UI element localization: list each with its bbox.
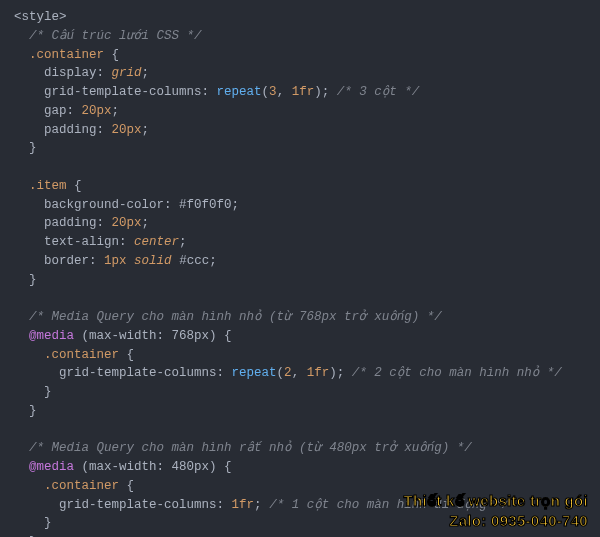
watermark: Thiết kế website trọn gói Zalo: 0935-040… [403,491,588,532]
value: #f0f0f0 [179,198,232,212]
comment: /* Media Query cho màn hình nhỏ (từ 768p… [29,310,442,324]
code-block: <style> /* Cấu trúc lưới CSS */ .contain… [0,0,600,537]
at-rule: @media [29,460,74,474]
selector: .item [29,179,67,193]
prop: gap [44,104,67,118]
value: grid [112,66,142,80]
selector: .container [44,479,119,493]
watermark-line2: Zalo: 0935-040-740 [403,511,588,531]
watermark-line1: Thiết kế website trọn gói [403,491,588,511]
prop: border [44,254,89,268]
comment: /* 2 cột cho màn hình nhỏ */ [352,366,562,380]
at-rule: @media [29,329,74,343]
tag-open: <style> [14,10,67,24]
comment: /* 3 cột */ [337,85,420,99]
selector: .container [44,348,119,362]
prop: grid-template-columns [44,85,202,99]
prop: background-color [44,198,164,212]
prop: grid-template-columns [59,498,217,512]
comment: /* Cấu trúc lưới CSS */ [29,29,202,43]
prop: text-align [44,235,119,249]
prop: padding [44,123,97,137]
selector: .container [29,48,104,62]
prop: grid-template-columns [59,366,217,380]
comment: /* Media Query cho màn hình rất nhỏ (từ … [29,441,472,455]
prop: padding [44,216,97,230]
prop: display [44,66,97,80]
value: center [134,235,179,249]
func: repeat [217,85,262,99]
